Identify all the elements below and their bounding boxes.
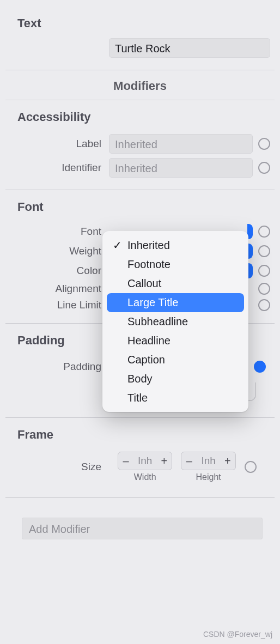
font-menu-item-label: Caption	[127, 354, 165, 366]
font-dropdown-menu[interactable]: ✓InheritedFootnoteCalloutLarge TitleSubh…	[102, 231, 248, 412]
text-value-row: Turtle Rock	[0, 36, 280, 60]
frame-size-label: Size	[0, 461, 109, 473]
accessibility-identifier-label: Identifier	[0, 162, 109, 174]
font-menu-item-label: Headline	[127, 335, 171, 347]
accessibility-identifier-indicator[interactable]	[258, 162, 270, 174]
section-title-accessibility: Accessibility	[0, 100, 280, 132]
watermark-text: CSDN @Forever_wj	[203, 630, 272, 639]
section-title-font: Font	[0, 190, 280, 222]
font-menu-item-label: Body	[127, 373, 153, 385]
frame-height-plus[interactable]: +	[220, 455, 235, 467]
section-title-frame: Frame	[0, 418, 280, 449]
font-menu-item[interactable]: Large Title	[107, 293, 244, 312]
checkmark-icon: ✓	[112, 239, 122, 252]
modifiers-heading: Modifiers	[5, 70, 275, 100]
alignment-indicator[interactable]	[258, 283, 270, 295]
padding-label: Padding	[0, 361, 109, 373]
font-menu-item[interactable]: Footnote	[107, 255, 244, 274]
font-menu-item[interactable]: Headline	[107, 331, 244, 350]
frame-width-caption: Width	[134, 472, 156, 482]
frame-width-stepper[interactable]: – Inh +	[118, 452, 172, 470]
frame-size-row: Size – Inh + Width – Inh + Height	[0, 449, 280, 484]
linelimit-label: Line Limit	[0, 299, 109, 311]
frame-width-minus[interactable]: –	[118, 455, 133, 467]
accessibility-identifier-row: Identifier Inherited	[0, 156, 280, 180]
color-indicator[interactable]	[258, 265, 270, 277]
font-menu-item[interactable]: Subheadline	[107, 312, 244, 331]
frame-height-value: Inh	[197, 455, 220, 467]
frame-height-minus[interactable]: –	[181, 455, 197, 467]
font-menu-item[interactable]: ✓Inherited	[107, 235, 244, 255]
frame-height-stepper[interactable]: – Inh +	[181, 452, 235, 470]
frame-width-value: Inh	[133, 455, 156, 467]
font-menu-item-label: Subheadline	[127, 315, 188, 328]
frame-width-plus[interactable]: +	[156, 455, 172, 467]
font-menu-item-label: Inherited	[127, 239, 170, 252]
font-menu-item-label: Large Title	[127, 296, 178, 309]
text-value-input[interactable]: Turtle Rock	[109, 38, 270, 58]
font-indicator[interactable]	[258, 226, 270, 238]
section-title-text: Text	[0, 0, 280, 36]
accessibility-identifier-input[interactable]: Inherited	[109, 158, 253, 178]
font-menu-item-label: Title	[127, 392, 148, 404]
font-menu-item-label: Footnote	[127, 258, 171, 271]
font-menu-item[interactable]: Caption	[107, 350, 244, 369]
accessibility-label-label: Label	[0, 138, 109, 150]
alignment-label: Alignment	[0, 283, 109, 295]
font-label: Font	[0, 226, 109, 238]
font-menu-item[interactable]: Callout	[107, 274, 244, 293]
padding-indicator[interactable]	[254, 361, 266, 373]
accessibility-label-indicator[interactable]	[258, 138, 270, 150]
linelimit-indicator[interactable]	[258, 299, 270, 311]
font-menu-item-label: Callout	[127, 277, 161, 290]
weight-indicator[interactable]	[258, 245, 270, 257]
weight-label: Weight	[0, 245, 109, 257]
divider	[5, 497, 275, 498]
accessibility-label-input[interactable]: Inherited	[109, 134, 253, 154]
frame-indicator[interactable]	[245, 461, 257, 473]
frame-height-caption: Height	[196, 472, 221, 482]
color-label: Color	[0, 265, 109, 277]
accessibility-label-row: Label Inherited	[0, 132, 280, 156]
font-menu-item[interactable]: Title	[107, 388, 244, 408]
add-modifier-input[interactable]: Add Modifier	[22, 518, 263, 539]
font-menu-item[interactable]: Body	[107, 369, 244, 388]
